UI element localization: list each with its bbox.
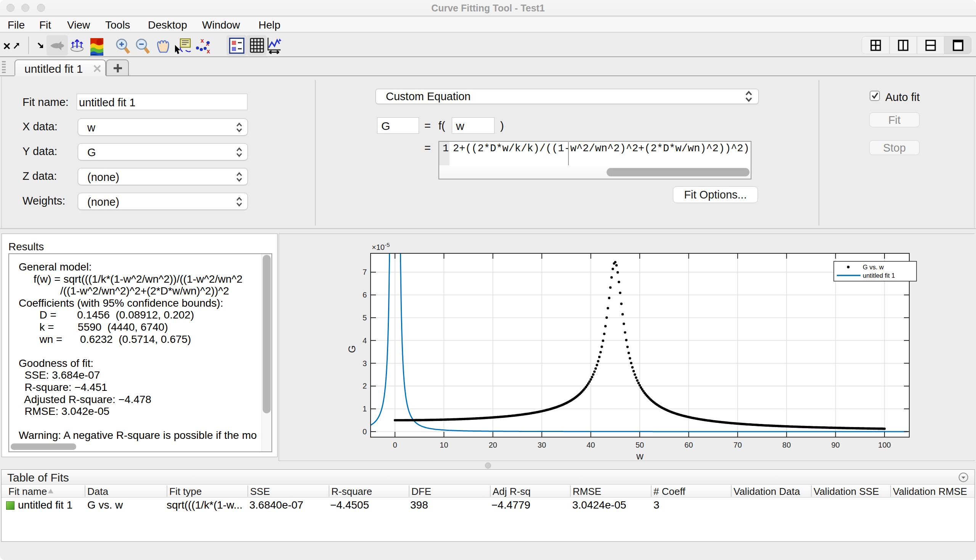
svg-text:3: 3 [363, 359, 367, 368]
svg-text:7: 7 [363, 268, 367, 276]
svg-text:40: 40 [587, 441, 595, 449]
svg-text:20: 20 [489, 441, 497, 449]
svg-text:0: 0 [363, 427, 367, 436]
svg-text:4: 4 [363, 337, 367, 345]
svg-text:0: 0 [393, 441, 397, 449]
svg-text:70: 70 [734, 441, 742, 449]
svg-text:G: G [346, 345, 358, 353]
svg-text:G vs. w: G vs. w [863, 263, 884, 270]
svg-text:80: 80 [782, 441, 791, 449]
svg-text:30: 30 [538, 441, 546, 449]
svg-text:90: 90 [831, 441, 839, 449]
svg-text:6: 6 [363, 291, 367, 299]
svg-text:100: 100 [878, 441, 891, 449]
svg-text:5: 5 [363, 313, 367, 322]
svg-text:50: 50 [635, 441, 644, 449]
svg-text:1: 1 [363, 405, 367, 413]
svg-text:2: 2 [363, 382, 367, 390]
svg-text:60: 60 [684, 441, 693, 449]
svg-text:10: 10 [440, 441, 448, 449]
svg-text:untitled fit 1: untitled fit 1 [863, 272, 895, 279]
svg-text:w: w [636, 450, 643, 460]
